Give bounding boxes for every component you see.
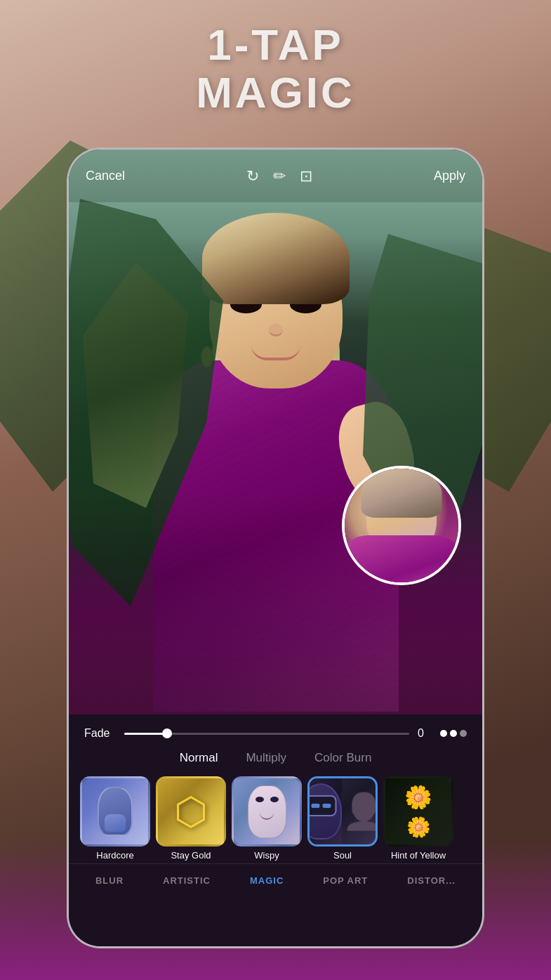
photo-edit-area [69,150,482,726]
apply-button[interactable]: Apply [431,163,468,189]
filter-item-soul[interactable]: Soul [305,776,380,861]
eraser-icon[interactable]: ✏ [273,167,286,185]
filters-strip: Hardcore ⬡ Stay Gold [69,773,482,863]
fade-dot-1 [440,730,447,737]
tab-distort[interactable]: DISTOR... [401,873,461,889]
filter-thumb-hintofyellow: 🌼 🌼 [383,776,453,847]
filter-thumb-hardcore [80,776,150,847]
phone-frame: Cancel ↻ ✏ ⊡ Apply [67,148,484,948]
filter-name-wispy: Wispy [254,850,279,861]
filter-name-staygold: Stay Gold [171,850,211,861]
fade-label: Fade [84,727,116,740]
blend-mode-row: Normal Multiply Color Burn [69,748,482,773]
fade-dot-3 [460,730,467,737]
top-title-area: 1-TAP MAGIC [0,21,551,117]
preview-hair [361,469,442,518]
fade-control-row: Fade 0 [69,714,482,748]
fade-slider-thumb[interactable] [162,729,172,738]
filter-thumb-wispy [232,776,302,847]
blend-colorburn[interactable]: Color Burn [314,751,371,765]
category-tabs-row: BLUR ARTISTIC MAGIC POP ART DISTOR... [69,863,482,894]
title-line2: MAGIC [0,69,551,117]
blend-normal[interactable]: Normal [180,751,218,765]
bottom-panel: Fade 0 Normal Multiply Color Burn [69,714,482,946]
tab-artistic[interactable]: ARTISTIC [157,873,216,889]
tab-blur[interactable]: BLUR [90,873,129,889]
filter-item-wispy[interactable]: Wispy [229,776,305,861]
filter-thumb-soul [307,776,378,847]
blend-multiply[interactable]: Multiply [246,751,286,765]
fade-dot-2 [450,730,457,737]
header-bar: Cancel ↻ ✏ ⊡ Apply [69,150,482,202]
refresh-icon[interactable]: ↻ [246,167,259,185]
cancel-button[interactable]: Cancel [83,163,128,189]
preview-inner [345,469,458,582]
tab-popart[interactable]: POP ART [317,873,373,889]
gradient-overlay [69,150,482,726]
title-line1: 1-TAP [0,21,551,69]
tab-magic[interactable]: MAGIC [244,873,289,889]
fade-value: 0 [418,727,432,740]
original-preview-circle[interactable] [342,466,461,585]
crop-icon[interactable]: ⊡ [300,167,312,185]
filter-thumb-staygold: ⬡ [156,776,226,847]
filter-item-staygold[interactable]: ⬡ Stay Gold [153,776,229,861]
filter-item-hintofyellow[interactable]: 🌼 🌼 Hint of Yellow [380,776,456,861]
filter-name-hardcore: Hardcore [96,850,133,861]
preview-body [345,535,458,585]
header-tools: ↻ ✏ ⊡ [246,167,312,185]
filter-item-hardcore[interactable]: Hardcore [77,776,153,861]
fade-slider[interactable] [124,733,409,735]
filter-name-soul: Soul [333,850,352,861]
filter-name-hintofyellow: Hint of Yellow [391,850,446,861]
fade-dots-indicator [440,730,467,737]
fade-slider-fill [124,733,167,735]
